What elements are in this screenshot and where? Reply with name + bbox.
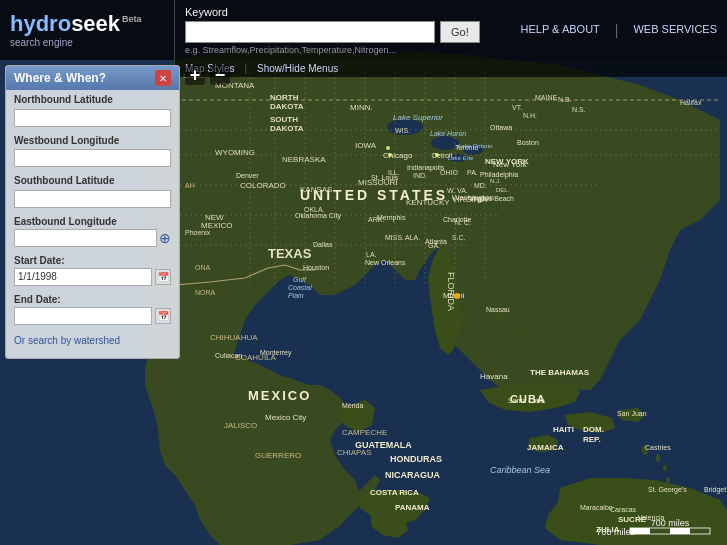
locate-icon[interactable]: ⊕ bbox=[159, 230, 171, 246]
svg-text:KANSAS: KANSAS bbox=[300, 185, 332, 194]
logo-seek: seek bbox=[71, 11, 120, 36]
svg-text:N.H.: N.H. bbox=[523, 112, 537, 119]
watershed-link[interactable]: Or search by watershed bbox=[6, 329, 179, 348]
svg-text:San Juan: San Juan bbox=[617, 410, 647, 417]
svg-text:VT.: VT. bbox=[512, 104, 522, 111]
svg-text:MISS.: MISS. bbox=[385, 234, 404, 241]
northbound-group: Northbound Latitude bbox=[6, 90, 179, 131]
westbound-group: Westbound Longitude bbox=[6, 131, 179, 172]
start-date-row: 📅 bbox=[14, 268, 171, 286]
keyword-input[interactable] bbox=[185, 21, 435, 43]
help-about-link[interactable]: HELP & ABOUT bbox=[521, 23, 600, 36]
nav-separator: | bbox=[615, 22, 619, 38]
svg-text:Oklahoma City: Oklahoma City bbox=[295, 212, 341, 220]
southbound-input[interactable] bbox=[14, 190, 171, 208]
svg-text:DAKOTA: DAKOTA bbox=[270, 124, 304, 133]
svg-text:Coastal: Coastal bbox=[288, 284, 312, 291]
svg-text:St. George's: St. George's bbox=[648, 486, 687, 494]
svg-text:Lake Huron: Lake Huron bbox=[430, 130, 466, 137]
svg-point-140 bbox=[454, 293, 460, 299]
svg-text:MD.: MD. bbox=[474, 182, 487, 189]
svg-text:SUCRE: SUCRE bbox=[618, 515, 647, 524]
svg-text:MEXICO: MEXICO bbox=[248, 388, 311, 403]
southbound-label: Southbound Latitude bbox=[14, 175, 171, 186]
end-date-group: End Date: 📅 bbox=[6, 290, 179, 329]
zoom-in-button[interactable]: + bbox=[185, 65, 205, 85]
panel-close-button[interactable]: ✕ bbox=[155, 70, 171, 86]
svg-text:Caribbean Sea: Caribbean Sea bbox=[490, 465, 550, 475]
northbound-input[interactable] bbox=[14, 109, 171, 127]
svg-text:Mexico City: Mexico City bbox=[265, 413, 306, 422]
svg-text:Plain: Plain bbox=[288, 292, 304, 299]
svg-text:CHIAPAS: CHIAPAS bbox=[337, 448, 372, 457]
svg-text:TEXAS: TEXAS bbox=[268, 246, 312, 261]
svg-text:THE BAHAMAS: THE BAHAMAS bbox=[530, 368, 590, 377]
svg-text:Mérida: Mérida bbox=[342, 402, 364, 409]
svg-text:Bridget: Bridget bbox=[704, 486, 726, 494]
end-date-label: End Date: bbox=[14, 294, 171, 305]
svg-point-6 bbox=[663, 465, 667, 471]
svg-text:Gulf: Gulf bbox=[293, 276, 307, 283]
go-button[interactable]: Go! bbox=[440, 21, 480, 43]
northbound-label: Northbound Latitude bbox=[14, 94, 171, 105]
svg-text:COLORADO: COLORADO bbox=[240, 181, 286, 190]
svg-text:Caracas: Caracas bbox=[610, 506, 637, 513]
westbound-label: Westbound Longitude bbox=[14, 135, 171, 146]
svg-text:KENTUCKY: KENTUCKY bbox=[406, 198, 450, 207]
svg-text:Lake Ontario: Lake Ontario bbox=[458, 143, 493, 149]
logo-title: hydroseekBeta bbox=[10, 13, 174, 35]
svg-text:COSTA RICA: COSTA RICA bbox=[370, 488, 419, 497]
svg-point-1 bbox=[494, 314, 506, 322]
svg-rect-144 bbox=[670, 528, 690, 534]
nav-pipe: | bbox=[244, 63, 247, 74]
svg-text:Philadelphia: Philadelphia bbox=[480, 171, 518, 179]
svg-text:700 miles: 700 miles bbox=[651, 518, 690, 528]
southbound-group: Southbound Latitude bbox=[6, 171, 179, 212]
top-right-nav: HELP & ABOUT | WEB SERVICES bbox=[511, 22, 727, 38]
end-date-calendar-icon[interactable]: 📅 bbox=[155, 308, 171, 324]
svg-text:Virginia Beach: Virginia Beach bbox=[469, 195, 514, 203]
svg-text:Santa Clara: Santa Clara bbox=[508, 397, 545, 404]
svg-point-141 bbox=[386, 146, 390, 150]
end-date-input[interactable] bbox=[14, 307, 152, 325]
svg-text:IND.: IND. bbox=[413, 172, 427, 179]
zoom-controls: + − bbox=[185, 65, 230, 85]
svg-text:HAITI: HAITI bbox=[553, 425, 574, 434]
logo-hydro: hydro bbox=[10, 11, 71, 36]
top-bar: hydroseekBeta search engine Keyword Go! … bbox=[0, 0, 727, 60]
svg-text:Memphis: Memphis bbox=[377, 214, 406, 222]
svg-text:Chicago: Chicago bbox=[383, 151, 413, 160]
start-date-calendar-icon[interactable]: 📅 bbox=[155, 269, 171, 285]
panel-header: Where & When? ✕ bbox=[6, 66, 179, 90]
svg-text:ALA.: ALA. bbox=[405, 234, 420, 241]
logo-beta: Beta bbox=[122, 14, 142, 24]
zoom-out-button[interactable]: − bbox=[210, 65, 230, 85]
scale-label: 700 miles bbox=[596, 527, 635, 537]
svg-text:HONDURAS: HONDURAS bbox=[390, 454, 442, 464]
svg-text:WIS.: WIS. bbox=[395, 127, 410, 134]
svg-text:NORTH: NORTH bbox=[270, 93, 299, 102]
svg-point-139 bbox=[435, 153, 439, 157]
svg-text:Houston: Houston bbox=[303, 264, 329, 271]
eastbound-input[interactable] bbox=[14, 229, 157, 247]
westbound-input[interactable] bbox=[14, 149, 171, 167]
svg-text:Denver: Denver bbox=[236, 172, 259, 179]
start-date-input[interactable] bbox=[14, 268, 152, 286]
svg-text:DAKOTA: DAKOTA bbox=[270, 102, 304, 111]
svg-text:Castries: Castries bbox=[645, 444, 671, 451]
keyword-hint: e.g. Streamflow,Precipitation,Temperatur… bbox=[185, 45, 501, 55]
end-date-row: 📅 bbox=[14, 307, 171, 325]
svg-text:MAINE: MAINE bbox=[535, 94, 558, 101]
show-hide-link[interactable]: Show/Hide Menus bbox=[257, 63, 338, 74]
svg-text:N.S.: N.S. bbox=[572, 106, 586, 113]
eastbound-label: Eastbound Longitude bbox=[14, 216, 171, 227]
svg-text:Miami: Miami bbox=[443, 291, 465, 300]
svg-text:New Orleans: New Orleans bbox=[365, 259, 406, 266]
svg-text:Lake Erie: Lake Erie bbox=[448, 155, 474, 161]
web-services-link[interactable]: WEB SERVICES bbox=[633, 23, 717, 36]
svg-point-2 bbox=[511, 327, 519, 333]
svg-text:IOWA: IOWA bbox=[355, 141, 377, 150]
svg-text:Boston: Boston bbox=[517, 139, 539, 146]
svg-text:MINN.: MINN. bbox=[350, 103, 373, 112]
svg-text:SOUTH: SOUTH bbox=[270, 115, 298, 124]
